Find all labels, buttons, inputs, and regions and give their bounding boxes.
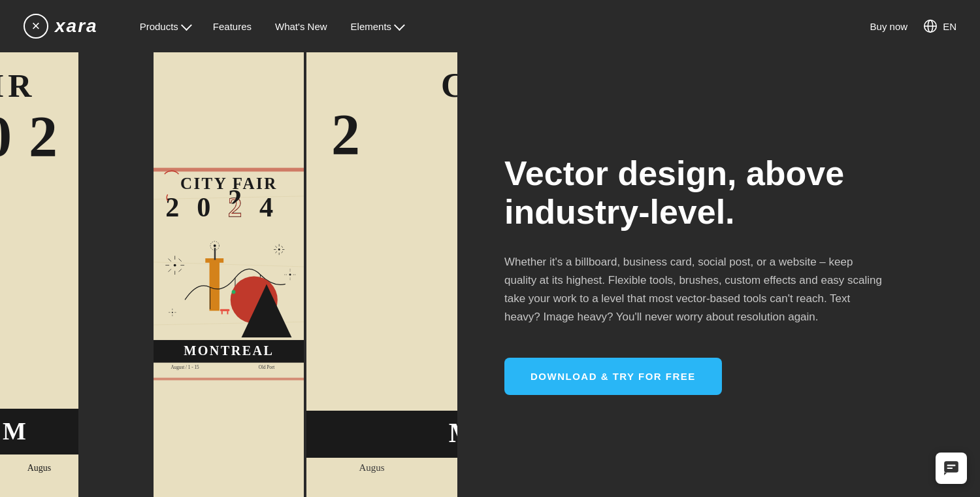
svg-text:R CITY FAIR: R CITY FAIR <box>0 67 35 104</box>
svg-point-43 <box>213 245 216 247</box>
svg-text:0: 0 <box>0 105 17 168</box>
poster-area: R CITY FAIR 4 2 0 2 <box>0 52 457 497</box>
svg-text:M: M <box>449 418 457 448</box>
chevron-down-icon-elements <box>394 20 405 31</box>
svg-text:CI: CI <box>441 67 457 104</box>
nav-item-features[interactable]: Features <box>203 16 262 37</box>
svg-point-71 <box>289 274 291 276</box>
svg-rect-51 <box>221 311 222 315</box>
cta-download-button[interactable]: DOWNLOAD & TRY FOR FREE <box>504 358 722 395</box>
svg-point-49 <box>231 290 235 294</box>
nav-item-whats-new[interactable]: What's New <box>265 16 338 37</box>
svg-rect-30 <box>154 168 304 172</box>
nav-item-products[interactable]: Products <box>129 16 200 37</box>
svg-point-53 <box>173 264 176 267</box>
chevron-down-icon <box>181 20 192 31</box>
globe-icon <box>923 19 938 33</box>
buy-now-label: Buy now <box>870 21 908 32</box>
svg-rect-89 <box>306 411 457 458</box>
svg-rect-41 <box>214 248 215 260</box>
svg-rect-92 <box>944 461 958 472</box>
svg-text:Augus: Augus <box>27 463 52 473</box>
nav-buy-now[interactable]: Buy now <box>860 16 919 37</box>
nav-item-elements[interactable]: Elements <box>340 16 414 37</box>
svg-rect-52 <box>227 311 228 315</box>
nav-label-features: Features <box>213 21 252 32</box>
svg-rect-94 <box>947 468 953 469</box>
poster-panel-right: CI 2 M Augus <box>306 52 457 497</box>
svg-text:2: 2 <box>331 103 360 166</box>
chat-icon <box>943 460 960 477</box>
poster-panel-left: R CITY FAIR 4 2 0 2 <box>0 52 151 497</box>
poster-panel-center: CITY FAIR 2 0 2 2 2 4 <box>154 52 304 497</box>
svg-text:2: 2 <box>165 192 180 222</box>
svg-text:4: 4 <box>259 192 274 222</box>
main-layout: R CITY FAIR 4 2 0 2 <box>0 52 980 497</box>
svg-rect-39 <box>209 260 219 311</box>
svg-text:L MONTREAL M: L MONTREAL M <box>0 417 29 445</box>
logo-text: xara <box>55 16 98 37</box>
hero-description: Whether it's a billboard, business card,… <box>504 253 883 326</box>
nav-right: Buy now EN <box>860 16 956 37</box>
content-area: Vector design, above industry-level. Whe… <box>457 52 980 497</box>
svg-text:0: 0 <box>197 192 211 222</box>
logo-icon <box>24 14 48 39</box>
logo[interactable]: xara <box>24 14 98 39</box>
navigation: xara Products Features What's New Elemen… <box>0 0 980 52</box>
nav-label-products: Products <box>140 21 178 32</box>
svg-point-62 <box>278 248 280 250</box>
svg-rect-85 <box>154 378 304 381</box>
svg-text:MONTREAL: MONTREAL <box>184 343 274 358</box>
svg-text:Augus: Augus <box>359 462 385 473</box>
nav-links: Products Features What's New Elements <box>129 16 860 37</box>
nav-label-elements: Elements <box>351 21 392 32</box>
nav-label-whats-new: What's New <box>275 21 327 32</box>
svg-text:2: 2 <box>29 105 63 168</box>
svg-text:Old Port: Old Port <box>258 365 274 370</box>
svg-rect-93 <box>947 465 956 466</box>
svg-rect-50 <box>220 309 229 311</box>
svg-point-76 <box>172 312 173 313</box>
svg-text:August / 1 - 15: August / 1 - 15 <box>171 365 199 370</box>
language-label[interactable]: EN <box>943 21 956 32</box>
chat-widget[interactable] <box>936 453 967 484</box>
hero-headline: Vector design, above industry-level. <box>504 154 883 233</box>
